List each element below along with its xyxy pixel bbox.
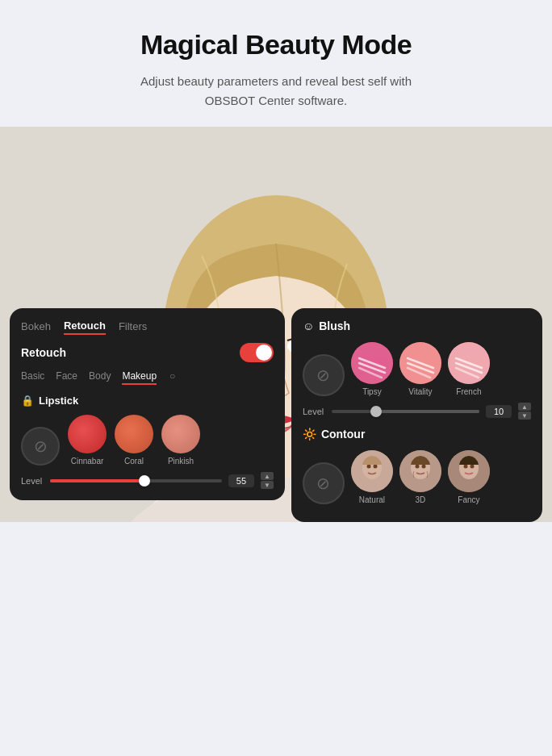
contour-none[interactable]: ⊘: [303, 462, 345, 504]
left-panel: Bokeh Retouch Filters Retouch Basic: [10, 308, 285, 500]
contour-slash-icon: ⊘: [316, 474, 330, 493]
contour-title: 🔆 Contour: [303, 428, 531, 441]
blush-slider[interactable]: [332, 410, 479, 413]
retouch-label: Retouch: [21, 346, 66, 359]
fancy-label: Fancy: [458, 495, 479, 504]
swatch-disabled-circle[interactable]: ⊘: [21, 427, 60, 466]
blush-stepper-up[interactable]: ▲: [518, 403, 531, 411]
right-panel: ☺ Blush ⊘: [291, 308, 542, 522]
3d-circle[interactable]: [399, 450, 441, 492]
svg-point-30: [366, 465, 370, 469]
svg-point-34: [415, 465, 419, 469]
tipsy-svg: [351, 342, 393, 384]
swatch-pinkish[interactable]: Pinkish: [161, 415, 200, 466]
lipstick-level-label: Level: [21, 476, 44, 486]
retouch-header: Retouch: [21, 343, 274, 362]
lipstick-level-row: Level 55 ▲ ▼: [21, 472, 274, 489]
lipstick-stepper[interactable]: ▲ ▼: [261, 472, 274, 489]
natural-circle[interactable]: [351, 450, 393, 492]
lock-icon: 🔒: [21, 395, 34, 407]
swatch-coral[interactable]: Coral: [115, 415, 153, 466]
sub-tab-face[interactable]: Face: [56, 370, 77, 385]
blush-stepper-down[interactable]: ▼: [518, 411, 531, 420]
3d-label: 3D: [416, 495, 426, 504]
tab-retouch[interactable]: Retouch: [64, 320, 106, 335]
makeup-indicator-icon: ○: [169, 370, 175, 385]
blush-level-label: Level: [303, 407, 325, 416]
tab-filters[interactable]: Filters: [119, 320, 147, 334]
slider-thumb[interactable]: [139, 475, 150, 487]
contour-3d[interactable]: 3D: [399, 450, 441, 504]
contour-disabled-circle[interactable]: ⊘: [303, 462, 345, 504]
retouch-title: Retouch: [21, 346, 66, 359]
stepper-up[interactable]: ▲: [261, 472, 274, 480]
sub-tab-basic[interactable]: Basic: [21, 370, 44, 385]
contour-fancy[interactable]: Fancy: [448, 450, 490, 504]
blush-level-row: Level 10 ▲ ▼: [303, 403, 531, 420]
blush-level-value: 10: [486, 405, 512, 418]
blush-slider-right: [376, 410, 479, 413]
slash-icon: ⊘: [34, 436, 48, 456]
lipstick-level-value: 55: [228, 474, 254, 487]
vitality-circle[interactable]: [399, 342, 441, 384]
pinkish-circle[interactable]: [161, 415, 200, 453]
cinnabar-circle[interactable]: [68, 415, 107, 453]
lipstick-title: 🔒 Lipstick: [21, 395, 274, 407]
coral-circle[interactable]: [115, 415, 153, 453]
swatch-cinnabar[interactable]: Cinnabar: [68, 415, 107, 466]
blush-stepper[interactable]: ▲ ▼: [518, 403, 531, 420]
fancy-face-svg: [448, 450, 490, 492]
slider-fill: [50, 479, 144, 482]
swatch-none[interactable]: ⊘: [21, 427, 60, 466]
blush-french[interactable]: French: [448, 342, 490, 396]
portrait-area: Bokeh Retouch Filters Retouch Basic: [0, 127, 552, 522]
blush-title: ☺ Blush: [303, 320, 531, 332]
blush-section: ☺ Blush ⊘: [303, 320, 531, 420]
fancy-circle[interactable]: [448, 450, 490, 492]
main-title: Magical Beauty Mode: [48, 29, 504, 61]
cinnabar-label: Cinnabar: [71, 457, 104, 466]
blush-slash-icon: ⊘: [316, 365, 330, 385]
coral-label: Coral: [124, 457, 144, 466]
contour-swatches: ⊘: [303, 450, 531, 504]
sub-tab-makeup[interactable]: Makeup: [122, 370, 157, 385]
lipstick-swatches: ⊘ Cinnabar Coral: [21, 415, 274, 466]
stepper-down[interactable]: ▼: [261, 481, 274, 489]
svg-point-38: [463, 465, 467, 469]
contour-section: 🔆 Contour ⊘: [303, 428, 531, 504]
subtitle: Adjust beauty parameters and reveal best…: [123, 72, 429, 111]
tab-bokeh[interactable]: Bokeh: [21, 320, 51, 334]
blush-icon: ☺: [303, 320, 314, 332]
header-section: Magical Beauty Mode Adjust beauty parame…: [0, 0, 552, 127]
3d-face-svg: [399, 450, 441, 492]
french-label: French: [456, 387, 481, 396]
tab-bar: Bokeh Retouch Filters: [21, 320, 274, 335]
blush-disabled-circle[interactable]: ⊘: [303, 354, 345, 396]
french-circle[interactable]: [448, 342, 490, 384]
french-svg: [448, 342, 490, 384]
pinkish-label: Pinkish: [168, 457, 194, 466]
image-section: Bokeh Retouch Filters Retouch Basic: [0, 127, 552, 522]
svg-point-39: [470, 465, 474, 469]
blush-none[interactable]: ⊘: [303, 354, 345, 396]
blush-slider-thumb[interactable]: [370, 406, 382, 417]
contour-natural[interactable]: Natural: [351, 450, 393, 504]
tipsy-circle[interactable]: [351, 342, 393, 384]
retouch-toggle[interactable]: [240, 343, 274, 362]
sub-tabs: Basic Face Body Makeup ○: [21, 370, 274, 385]
tipsy-label: Tipsy: [362, 387, 382, 396]
contour-icon: 🔆: [303, 428, 316, 441]
svg-point-31: [373, 465, 377, 469]
natural-label: Natural: [359, 495, 385, 504]
natural-face-svg: [351, 450, 393, 492]
sub-tab-body[interactable]: Body: [89, 370, 111, 385]
blush-vitality[interactable]: Vitality: [399, 342, 441, 396]
panels-container: Bokeh Retouch Filters Retouch Basic: [0, 308, 552, 522]
lipstick-section: 🔒 Lipstick ⊘: [21, 395, 274, 489]
page-wrapper: Magical Beauty Mode Adjust beauty parame…: [0, 0, 552, 756]
lipstick-slider[interactable]: [50, 479, 222, 482]
blush-swatches: ⊘: [303, 342, 531, 396]
blush-tipsy[interactable]: Tipsy: [351, 342, 393, 396]
svg-point-35: [421, 465, 425, 469]
vitality-svg: [399, 342, 441, 384]
